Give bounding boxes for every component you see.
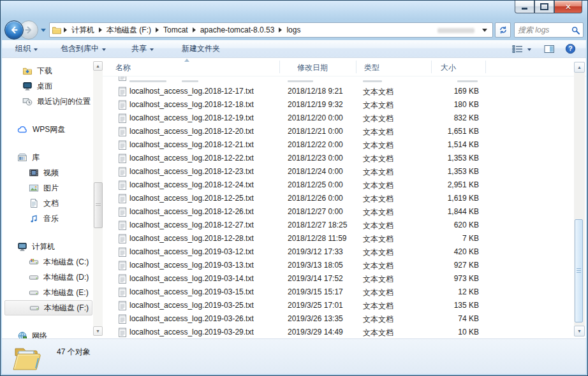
- breadcrumb-item[interactable]: 本地磁盘 (F:): [104, 25, 154, 36]
- minimize-button[interactable]: [515, 1, 534, 13]
- text-file-icon: [118, 86, 127, 99]
- column-separator[interactable]: [431, 61, 432, 73]
- sort-ascending-icon: [184, 59, 189, 62]
- list-scrollbar[interactable]: ▲ ▼: [574, 62, 585, 336]
- sidebar-scrollbar[interactable]: ▲ ▼: [93, 61, 103, 336]
- file-size: 180 KB: [420, 100, 479, 109]
- table-row[interactable]: localhost_access_log.2018-12-19.txt2018/…: [103, 112, 586, 125]
- change-view-button[interactable]: [510, 41, 534, 56]
- sidebar-item[interactable]: 桌面: [4, 78, 92, 94]
- sidebar-item[interactable]: 音乐: [4, 211, 92, 226]
- column-header-type[interactable]: 类型: [364, 62, 379, 73]
- table-row[interactable]: localhost_access_log.2018-12-20.txt2018/…: [103, 125, 586, 138]
- close-button[interactable]: ✕: [554, 1, 582, 13]
- table-row[interactable]: localhost_access_log.2018-12-22.txt2018/…: [103, 152, 586, 165]
- file-size: 135 KB: [420, 301, 479, 310]
- list-scrollbar-thumb[interactable]: [575, 219, 583, 322]
- sidebar-item[interactable]: 文档: [4, 196, 92, 211]
- column-header-name[interactable]: 名称: [115, 62, 131, 73]
- address-bar[interactable]: 计算机本地磁盘 (F:)Tomcatapache-tomcat-8.0.53lo…: [49, 22, 493, 38]
- sidebar-item[interactable]: 本地磁盘 (E:): [4, 285, 92, 300]
- table-row[interactable]: localhost_access_log.2018-12-24.txt2018/…: [103, 178, 586, 192]
- sidebar-item-label: 库: [32, 152, 40, 163]
- forward-arrow-icon: [24, 25, 34, 35]
- file-type: 文本文档: [363, 127, 393, 138]
- sidebar-item[interactable]: WPS网盘: [4, 122, 92, 137]
- command-bar: 组织 包含到库中 共享 新建文件夹: [2, 40, 586, 58]
- column-separator[interactable]: [356, 61, 356, 73]
- table-row[interactable]: localhost_access_log.2018-12-27.txt2018/…: [103, 219, 586, 232]
- table-row[interactable]: localhost_access_log.2018-12-23.txt2018/…: [103, 165, 586, 178]
- table-row[interactable]: localhost_access_log.2018-12-18.txt2018/…: [103, 98, 586, 112]
- search-icon[interactable]: [571, 26, 580, 34]
- sidebar-item[interactable]: 图片: [4, 180, 92, 196]
- include-in-library-button[interactable]: 包含到库中: [55, 41, 112, 56]
- organize-button[interactable]: 组织: [10, 41, 43, 56]
- column-header-size[interactable]: 大小: [441, 62, 456, 73]
- file-name: localhost_access_log.2018-12-19.txt: [129, 113, 277, 122]
- breadcrumb-item[interactable]: logs: [284, 25, 303, 34]
- file-name: localhost_access_log.2018-12-26.txt: [129, 207, 277, 216]
- sidebar-item[interactable]: 网络: [4, 328, 92, 338]
- table-row[interactable]: localhost_access_log.2019-03-14.txt2019/…: [103, 272, 586, 286]
- text-file-icon: [118, 113, 127, 126]
- table-row[interactable]: localhost_access_log.2019-03-25.txt2019/…: [103, 299, 586, 312]
- address-dropdown-icon[interactable]: [482, 29, 487, 32]
- sidebar-item-label: 下载: [37, 66, 52, 76]
- table-row[interactable]: localhost_access_log.2019-03-26.txt2019/…: [103, 312, 586, 326]
- sidebar-item[interactable]: 本地磁盘 (D:): [4, 270, 92, 285]
- search-box[interactable]: 搜索 logs: [514, 22, 584, 38]
- file-type: 文本文档: [363, 167, 393, 178]
- folder-icon: [52, 25, 62, 35]
- drive-icon: [29, 287, 39, 298]
- scroll-up-icon[interactable]: ▲: [574, 62, 585, 73]
- help-button[interactable]: ?: [562, 41, 578, 56]
- sidebar-item[interactable]: 下载: [4, 63, 92, 78]
- scroll-down-icon[interactable]: ▼: [574, 326, 585, 336]
- sidebar-item[interactable]: 本地磁盘 (F:): [4, 300, 92, 315]
- file-type: 文本文档: [363, 261, 393, 271]
- sidebar-item[interactable]: 计算机: [4, 239, 92, 254]
- file-type: 文本文档: [363, 140, 393, 151]
- clipped-file-icon: [118, 76, 127, 83]
- table-row[interactable]: localhost_access_log.2018-12-21.txt2018/…: [103, 138, 586, 152]
- recent-pages-dropdown[interactable]: [41, 29, 46, 32]
- table-row[interactable]: localhost_access_log.2018-12-17.txt2018/…: [103, 85, 586, 98]
- scroll-down-icon[interactable]: ▼: [93, 326, 103, 336]
- text-file-icon: [118, 273, 127, 286]
- table-row[interactable]: localhost_access_log.2018-12-28.txt2018/…: [103, 232, 586, 245]
- file-size: 74 KB: [420, 314, 479, 323]
- new-folder-button[interactable]: 新建文件夹: [176, 41, 226, 56]
- sidebar-scrollbar-thumb[interactable]: [94, 182, 103, 228]
- refresh-button[interactable]: [495, 22, 511, 38]
- text-file-icon: [118, 220, 127, 233]
- table-row[interactable]: localhost_access_log.2019-03-13.txt2019/…: [103, 259, 586, 272]
- file-type: 文本文档: [363, 207, 393, 218]
- breadcrumb-item[interactable]: 计算机: [69, 25, 97, 36]
- file-name: localhost_access_log.2019-03-15.txt: [129, 287, 277, 296]
- column-separator[interactable]: [279, 61, 280, 73]
- sidebar-item[interactable]: 最近访问的位置: [4, 94, 92, 109]
- column-separator[interactable]: [485, 61, 486, 73]
- table-row[interactable]: localhost_access_log.2019-03-15.txt2019/…: [103, 286, 586, 299]
- back-button[interactable]: [4, 20, 24, 40]
- table-row[interactable]: localhost_access_log.2018-12-25.txt2018/…: [103, 192, 586, 205]
- recent-places-icon: [22, 96, 33, 106]
- share-button[interactable]: 共享: [126, 41, 159, 56]
- text-file-icon: [118, 287, 127, 300]
- scroll-up-icon[interactable]: ▲: [93, 61, 103, 71]
- preview-pane-button[interactable]: [541, 41, 557, 56]
- sidebar-item[interactable]: 库: [4, 150, 92, 165]
- breadcrumb-item[interactable]: Tomcat: [161, 25, 191, 34]
- table-row[interactable]: localhost_access_log.2019-03-12.txt2019/…: [103, 245, 586, 259]
- breadcrumb-item[interactable]: apache-tomcat-8.0.53: [198, 25, 277, 34]
- table-row[interactable]: localhost_access_log.2019-03-29.txt2019/…: [103, 326, 586, 338]
- sidebar-item[interactable]: 本地磁盘 (C:): [4, 254, 92, 270]
- table-row[interactable]: localhost_access_log.2018-12-26.txt2018/…: [103, 205, 586, 219]
- sidebar-item[interactable]: 视频: [4, 165, 92, 180]
- maximize-button[interactable]: [534, 1, 554, 13]
- sidebar-item-label: 本地磁盘 (D:): [43, 272, 89, 283]
- chevron-down-icon: [527, 48, 531, 51]
- column-header-modified[interactable]: 修改日期: [297, 62, 328, 73]
- libraries-icon: [17, 152, 27, 163]
